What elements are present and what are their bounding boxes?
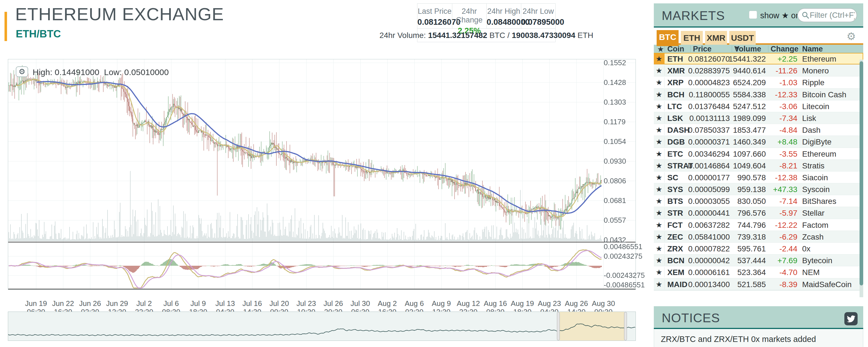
price-tick-label: 0.0806 <box>604 177 626 185</box>
coin-change: -4.70 <box>779 268 797 277</box>
tab-btc[interactable]: BTC <box>657 30 679 46</box>
column-change[interactable]: Change <box>771 45 799 54</box>
market-row-eth[interactable]: ★ETH0.0812607015441.322+2.25Ethereum <box>654 53 863 65</box>
market-row-sc[interactable]: ★SC0.00000177990.578-12.38Siacoin <box>654 172 863 183</box>
market-row-lsk[interactable]: ★LSK0.001311131989.099-7.34Lisk <box>654 112 863 124</box>
coin-price: 0.00000177 <box>688 173 730 182</box>
favorite-star-icon[interactable]: ★ <box>654 149 664 159</box>
coin-volume: 744.796 <box>737 221 766 230</box>
macd-tick-label: -0.00243275 <box>604 271 645 280</box>
market-row-zrx[interactable]: ★ZRX0.00007822595.761-2.440x <box>654 243 863 254</box>
tab-eth[interactable]: ETH <box>681 31 703 45</box>
favorite-star-icon[interactable]: ★ <box>654 184 664 194</box>
market-filter-input[interactable] <box>810 11 855 20</box>
search-icon <box>801 11 810 20</box>
price-chart-canvas[interactable] <box>8 59 636 289</box>
coin-volume: 523.364 <box>737 268 766 277</box>
market-filter-box[interactable] <box>797 8 857 22</box>
favorite-star-icon[interactable]: ★ <box>654 220 664 230</box>
coin-name: Ripple <box>802 78 825 87</box>
coin-symbol: BCH <box>667 90 684 99</box>
favorite-star-icon[interactable]: ★ <box>654 255 664 266</box>
coin-price: 0.00000371 <box>688 138 730 146</box>
coin-volume: 1049.604 <box>733 162 766 170</box>
tab-xmr[interactable]: XMR <box>705 31 727 45</box>
market-row-xrp[interactable]: ★XRP0.000048236524.209-1.03Ripple <box>654 76 863 88</box>
tab-usdt[interactable]: USDT <box>729 31 756 45</box>
coin-symbol: ETC <box>667 149 683 159</box>
coin-change: -6.29 <box>779 233 797 242</box>
stat-24h-high: 24hr High 0.08480000 <box>486 4 521 28</box>
coin-change: +47.33 <box>773 185 797 194</box>
coin-price: 0.05841000 <box>688 233 730 242</box>
favorite-star-icon[interactable]: ★ <box>654 161 664 171</box>
market-row-dgb[interactable]: ★DGB0.000003711460.349+8.48DigiByte <box>654 136 863 148</box>
markets-panel: MARKETS show ★ only BTC ETH XMR USDT ⚙ ★… <box>654 3 863 290</box>
coin-volume: 15441.322 <box>729 55 766 64</box>
market-row-xmr[interactable]: ★XMR0.028839759440.614-11.26Monero <box>654 65 863 76</box>
favorite-star-icon[interactable]: ★ <box>654 113 664 123</box>
coin-name: Dash <box>802 126 820 135</box>
favorite-star-icon[interactable]: ★ <box>654 66 664 76</box>
price-tick-label: 0.1552 <box>604 59 626 67</box>
twitter-button[interactable] <box>844 312 858 325</box>
market-row-dash[interactable]: ★DASH0.078503371853.477-4.84Dash <box>654 124 863 136</box>
coin-name: Stratis <box>802 162 825 170</box>
market-row-str[interactable]: ★STR0.00000441796.576-5.97Stellar <box>654 207 863 219</box>
coin-change: -7.34 <box>779 114 797 123</box>
favorite-star-icon[interactable]: ★ <box>654 196 664 206</box>
coin-volume: 521.585 <box>737 280 766 289</box>
coin-price: 0.07850337 <box>688 126 730 135</box>
coin-name: DigiByte <box>802 138 831 146</box>
coin-name: 0x <box>802 244 811 253</box>
coin-volume: 5584.338 <box>733 90 766 99</box>
favorite-star-icon[interactable]: ★ <box>654 101 664 111</box>
coin-change: -8.21 <box>779 162 797 170</box>
market-row-bcn[interactable]: ★BCN0.00000042537.444+7.69Bytecoin <box>654 254 863 266</box>
column-name[interactable]: Name <box>802 45 823 54</box>
coin-price: 0.08126070 <box>688 55 730 64</box>
coin-symbol: DGB <box>667 138 685 146</box>
coin-name: Bytecoin <box>802 256 832 265</box>
column-price[interactable]: Price <box>693 45 712 54</box>
favorite-star-icon[interactable]: ★ <box>654 77 664 88</box>
coin-change: -12.33 <box>775 90 797 99</box>
range-navigator-canvas[interactable] <box>8 312 636 341</box>
favorite-star-icon[interactable]: ★ <box>654 208 664 218</box>
favorite-star-icon[interactable]: ★ <box>654 54 664 64</box>
coin-volume: 595.761 <box>737 244 766 253</box>
coin-symbol: SC <box>667 173 678 182</box>
coin-name: Ethereum <box>802 55 836 64</box>
show-starred-checkbox[interactable] <box>749 11 757 19</box>
markets-settings-gear-icon[interactable]: ⚙ <box>847 30 856 42</box>
market-row-fct[interactable]: ★FCT0.00637282744.796-12.22Factom <box>654 219 863 231</box>
market-row-zec[interactable]: ★ZEC0.05841000739.318-6.29Zcash <box>654 231 863 243</box>
notices-header: NOTICES <box>654 306 863 329</box>
market-row-bch[interactable]: ★BCH0.118000555584.338-12.33Bitcoin Cash <box>654 89 863 100</box>
markets-scrollbar-thumb[interactable] <box>860 61 863 285</box>
favorite-star-icon[interactable]: ★ <box>654 244 664 254</box>
market-row-maid[interactable]: ★MAID0.00013400521.585-8.39MaidSafeCoin <box>654 278 863 290</box>
chart-settings-button[interactable]: ⚙ <box>16 66 28 77</box>
market-row-ltc[interactable]: ★LTC0.013764845247.512-3.06Litecoin <box>654 100 863 112</box>
market-row-sys[interactable]: ★SYS0.00005099959.138+47.33Syscoin <box>654 183 863 195</box>
market-row-etc[interactable]: ★ETC0.003462941097.660-3.55Ethereum Clas… <box>654 148 863 160</box>
favorite-star-icon[interactable]: ★ <box>654 267 664 277</box>
coin-symbol: ZEC <box>667 233 683 242</box>
favorite-star-icon[interactable]: ★ <box>654 279 664 289</box>
coin-symbol: ZRX <box>667 244 683 253</box>
favorite-star-icon[interactable]: ★ <box>654 125 664 135</box>
favorite-star-icon[interactable]: ★ <box>654 172 664 182</box>
favorite-star-icon[interactable]: ★ <box>654 90 664 100</box>
market-row-bts[interactable]: ★BTS0.00003055830.050-7.14BitShares <box>654 195 863 207</box>
favorite-star-icon[interactable]: ★ <box>654 137 664 147</box>
coin-symbol: ETH <box>667 55 683 64</box>
favorite-star-icon[interactable]: ★ <box>654 232 664 242</box>
macd-tick-label: 0.00486551 <box>604 242 642 251</box>
market-row-strat[interactable]: ★STRAT0.001468641049.604-8.21Stratis <box>654 160 863 172</box>
market-row-xem[interactable]: ★XEM0.00006161523.364-4.70NEM <box>654 266 863 278</box>
coin-name: NEM <box>802 268 819 277</box>
coin-change: -3.06 <box>779 102 797 111</box>
markets-table-body: ★ETH0.0812607015441.322+2.25Ethereum★XMR… <box>654 53 863 290</box>
coin-volume: 796.576 <box>737 209 766 218</box>
